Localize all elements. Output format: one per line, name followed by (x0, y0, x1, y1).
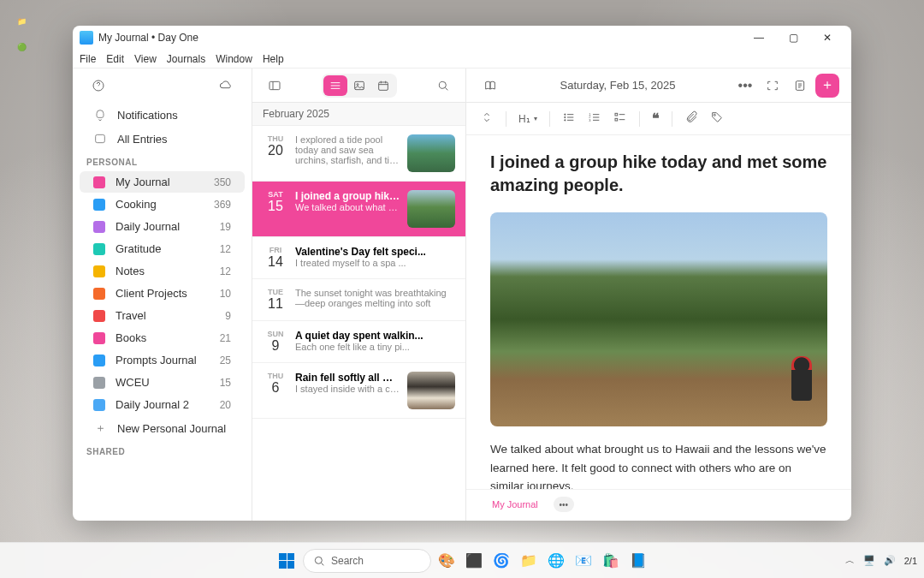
attachment-icon[interactable] (684, 110, 698, 128)
titlebar[interactable]: My Journal • Day One — ▢ ✕ (73, 26, 851, 50)
entry-date[interactable]: Saturday, Feb 15, 2025 (502, 79, 733, 92)
search-icon[interactable] (431, 74, 455, 98)
taskbar-store-icon[interactable]: 🛍️ (599, 549, 623, 573)
sidebar-notifications[interactable]: Notifications (80, 104, 245, 126)
numbered-list-icon[interactable]: 123 (588, 110, 601, 128)
entry-image[interactable] (490, 212, 827, 426)
journal-item[interactable]: My Journal350 (80, 171, 245, 193)
journal-tag[interactable]: My Journal (483, 497, 547, 512)
journal-color-icon (93, 399, 105, 411)
entry-item[interactable]: FRI14Valentine's Day felt speci...I trea… (252, 237, 465, 279)
taskbar-app-icon[interactable]: 🎨 (435, 549, 459, 573)
entry-item[interactable]: SUN9A quiet day spent walkin...Each one … (252, 321, 465, 363)
entry-info-icon[interactable] (788, 74, 812, 98)
entry-item[interactable]: THU6Rain fell softly all mornin...I stay… (252, 363, 465, 419)
desktop-icon[interactable]: 📁 (4, 17, 38, 26)
close-button[interactable]: ✕ (810, 26, 844, 50)
menu-journals[interactable]: Journals (167, 53, 205, 65)
system-tray[interactable]: ︿ 🖥️ 🔊 2/1 (845, 554, 917, 567)
journal-item[interactable]: Prompts Journal25 (80, 349, 245, 371)
checklist-icon[interactable] (613, 110, 627, 128)
entry-thumbnail (407, 190, 455, 228)
taskbar-explorer-icon[interactable]: 📁 (517, 549, 541, 573)
entry-text[interactable]: We talked about what brought us to Hawai… (490, 440, 827, 489)
minimize-button[interactable]: — (742, 26, 776, 50)
taskbar-edge-icon[interactable]: 🌐 (544, 549, 568, 573)
menu-window[interactable]: Window (216, 53, 252, 65)
entry-item[interactable]: SAT15I joined a group hike toda...We tal… (252, 182, 465, 237)
sidebar-all-entries[interactable]: All Entries (80, 128, 245, 150)
entry-item[interactable]: THU20I explored a tide pool today and sa… (252, 126, 465, 182)
taskbar-task-view-icon[interactable]: ⬛ (462, 549, 486, 573)
menu-help[interactable]: Help (263, 53, 284, 65)
calendar-view-button[interactable] (371, 75, 395, 96)
svg-text:3: 3 (589, 117, 591, 122)
svg-rect-2 (270, 81, 280, 89)
collapse-icon[interactable] (480, 110, 494, 128)
editor-body[interactable]: I joined a group hike today and met some… (466, 135, 851, 489)
taskbar-copilot-icon[interactable]: 🌀 (489, 549, 513, 573)
window-controls: — ▢ ✕ (742, 26, 844, 50)
bell-icon (93, 108, 107, 122)
svg-rect-15 (615, 118, 618, 121)
journal-item[interactable]: Gratitude12 (80, 238, 245, 259)
journal-item[interactable]: Books21 (80, 327, 245, 349)
cloud-sync-icon[interactable] (214, 74, 238, 98)
new-entry-button[interactable]: ＋ (815, 74, 839, 98)
fullscreen-icon[interactable] (761, 74, 785, 98)
entry-toolbar (252, 69, 465, 103)
journal-color-icon (93, 243, 105, 255)
journal-color-icon (93, 332, 105, 344)
entry-list-pane: February 2025 THU20I explored a tide poo… (252, 69, 466, 521)
journal-item[interactable]: Client Projects10 (80, 283, 245, 304)
menu-edit[interactable]: Edit (106, 53, 124, 65)
entry-thumbnail (407, 372, 455, 409)
sidebar: Notifications All Entries PERSONAL My Jo… (73, 69, 252, 521)
bullet-list-icon[interactable] (562, 110, 576, 128)
plus-icon: ＋ (93, 421, 107, 435)
tray-clock[interactable]: 2/1 (904, 556, 917, 566)
taskbar-search[interactable]: Search (303, 549, 431, 573)
format-toolbar: H₁ ▾ 123 ❝ (466, 103, 851, 135)
svg-point-9 (564, 116, 565, 117)
heading-button[interactable]: H₁ ▾ (518, 113, 537, 125)
journal-item[interactable]: Travel9 (80, 305, 245, 326)
app-icon (80, 31, 93, 45)
journal-item[interactable]: Cooking369 (80, 194, 245, 215)
maximize-button[interactable]: ▢ (776, 26, 810, 50)
journal-color-icon (93, 355, 105, 366)
entry-item[interactable]: TUE11The sunset tonight was breathtaking… (252, 279, 465, 321)
desktop-icon[interactable]: 🟢 (4, 43, 38, 51)
tag-icon[interactable] (710, 110, 724, 128)
desktop-icons: 📁 🟢 (4, 17, 38, 69)
app-window: My Journal • Day One — ▢ ✕ FileEditViewJ… (73, 26, 851, 521)
taskbar-dayone-icon[interactable]: 📘 (626, 549, 650, 573)
journal-item[interactable]: Daily Journal 220 (80, 394, 245, 415)
new-journal-button[interactable]: ＋ New Personal Journal (80, 417, 245, 439)
media-view-button[interactable] (347, 75, 371, 96)
tray-chevron-icon[interactable]: ︿ (845, 554, 855, 567)
menu-file[interactable]: File (80, 53, 96, 65)
help-icon[interactable] (86, 74, 110, 98)
entry-title[interactable]: I joined a group hike today and met some… (490, 151, 827, 197)
tray-volume-icon[interactable]: 🔊 (884, 555, 896, 566)
journal-item[interactable]: Notes12 (80, 260, 245, 282)
journal-color-icon (93, 221, 105, 233)
menu-view[interactable]: View (134, 53, 157, 65)
start-button[interactable] (274, 548, 299, 574)
journal-color-icon (93, 377, 105, 389)
quote-icon[interactable]: ❝ (652, 110, 660, 127)
taskbar[interactable]: Search 🎨 ⬛ 🌀 📁 🌐 📧 🛍️ 📘 ︿ 🖥️ 🔊 2/1 (0, 542, 924, 578)
tag-more-button[interactable]: ••• (554, 497, 574, 512)
tray-network-icon[interactable]: 🖥️ (863, 555, 875, 566)
sidebar-toggle-icon[interactable] (263, 74, 287, 98)
window-title: My Journal • Day One (98, 32, 742, 44)
entry-month-header: February 2025 (252, 103, 465, 126)
journal-item[interactable]: WCEU15 (80, 372, 245, 393)
taskbar-outlook-icon[interactable]: 📧 (572, 549, 595, 573)
list-view-button[interactable] (323, 75, 347, 96)
journal-item[interactable]: Daily Journal19 (80, 216, 245, 237)
reader-view-icon[interactable] (478, 74, 502, 98)
more-options-icon[interactable]: ••• (733, 74, 757, 98)
entry-thumbnail (407, 134, 455, 172)
